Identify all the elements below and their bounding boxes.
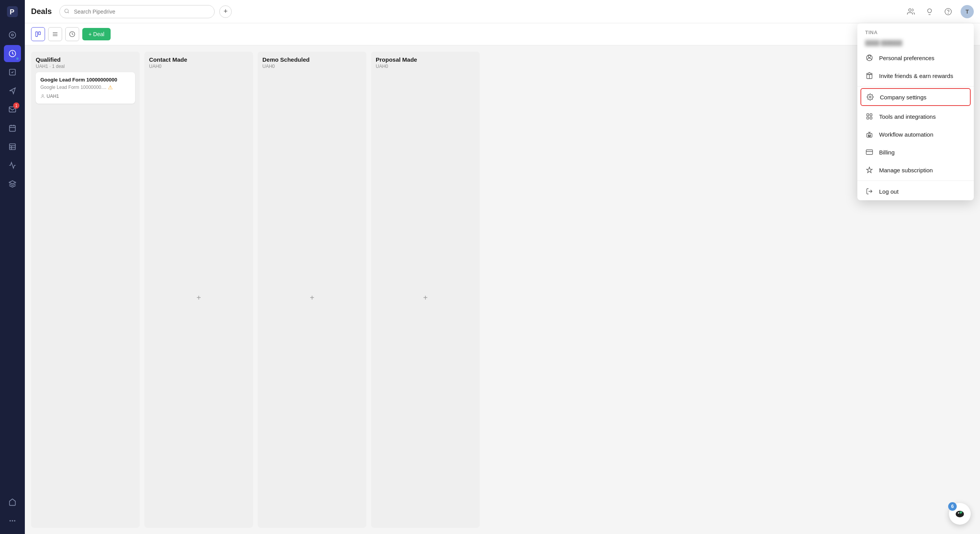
dropdown-item-workflow-automation[interactable]: Workflow automation (857, 125, 974, 143)
column-header: Contact MadeUAH0 (149, 56, 248, 69)
log-out-label: Log out (879, 188, 898, 195)
deal-subtitle: Google Lead Form 10000000....⚠ (40, 84, 130, 90)
personal-preferences-label: Personal preferences (879, 55, 935, 61)
chat-badge: 6 (948, 502, 957, 511)
svg-point-14 (12, 520, 13, 521)
lightbulb-icon[interactable] (923, 5, 936, 18)
invite-friends-label: Invite friends & earn rewards (879, 73, 953, 79)
sidebar-item-marketplace[interactable] (4, 494, 21, 511)
deal-card[interactable]: Google Lead Form 10000000000Google Lead … (36, 72, 135, 104)
forecast-view-btn[interactable] (65, 27, 79, 41)
app-logo[interactable]: P (5, 5, 19, 19)
svg-point-3 (12, 34, 14, 36)
column-add-button[interactable]: + (306, 291, 318, 304)
svg-point-26 (42, 95, 43, 96)
sidebar-item-activity[interactable] (4, 26, 21, 43)
column-header: QualifiedUAH1 · 1 deal (36, 56, 135, 69)
sidebar-item-calendar[interactable] (4, 120, 21, 137)
column-subtitle: UAH0 (262, 64, 362, 69)
workflow-automation-label: Workflow automation (879, 131, 933, 138)
search-input[interactable] (59, 5, 215, 18)
sidebar-item-products[interactable] (4, 175, 21, 192)
svg-marker-12 (9, 181, 16, 184)
help-icon[interactable] (942, 5, 954, 18)
svg-point-16 (65, 9, 68, 12)
blurred-account: ████ ██████ (857, 38, 974, 49)
manage-subscription-icon (865, 166, 874, 174)
page-title: Deals (31, 7, 52, 16)
mail-badge: 1 (13, 102, 19, 109)
dropdown-username: TINA (857, 23, 974, 38)
dropdown-item-log-out[interactable]: Log out (857, 182, 974, 200)
manage-subscription-label: Manage subscription (879, 167, 933, 173)
avatar[interactable]: T (961, 5, 974, 18)
topbar: Deals + T (25, 0, 980, 23)
dropdown-item-billing[interactable]: Billing (857, 143, 974, 161)
kanban-column-0: QualifiedUAH1 · 1 dealGoogle Lead Form 1… (31, 52, 140, 528)
svg-point-15 (14, 520, 15, 521)
svg-point-44 (958, 512, 959, 513)
kanban-column-1: Contact MadeUAH0+ (144, 52, 253, 528)
tools-integrations-label: Tools and integrations (879, 113, 936, 120)
menu-divider (857, 86, 974, 87)
column-header: Demo ScheduledUAH0 (262, 56, 362, 69)
svg-rect-39 (866, 150, 873, 154)
svg-rect-8 (10, 144, 16, 150)
sidebar-item-contacts[interactable] (4, 138, 21, 155)
topbar-icons: T (905, 5, 974, 18)
column-title: Demo Scheduled (262, 56, 362, 63)
sidebar-item-tasks[interactable] (4, 64, 21, 81)
share-contacts-icon[interactable] (905, 5, 917, 18)
svg-rect-21 (38, 32, 40, 35)
search-bar (59, 5, 215, 18)
log-out-icon (865, 187, 874, 196)
svg-rect-20 (36, 32, 38, 36)
deal-title: Google Lead Form 10000000000 (40, 77, 130, 83)
column-subtitle: UAH0 (376, 64, 475, 69)
kanban-view-btn[interactable] (31, 27, 45, 41)
menu-divider-2 (857, 180, 974, 181)
svg-rect-34 (870, 117, 872, 119)
sidebar: P 1 (0, 0, 25, 534)
svg-point-36 (868, 135, 869, 135)
kanban-column-2: Demo ScheduledUAH0+ (258, 52, 366, 528)
workflow-automation-icon (865, 130, 874, 139)
svg-text:P: P (10, 8, 14, 16)
warning-icon: ⚠ (108, 84, 113, 90)
personal-preferences-icon (865, 54, 874, 62)
add-button[interactable]: + (219, 5, 232, 18)
svg-point-17 (909, 9, 911, 11)
sidebar-item-deals[interactable] (4, 45, 21, 62)
svg-point-13 (10, 520, 10, 521)
main-content: Deals + T (25, 0, 980, 534)
deal-owner: UAH1 (40, 94, 130, 99)
company-settings-icon (866, 93, 874, 101)
list-view-btn[interactable] (48, 27, 62, 41)
column-add-button[interactable]: + (193, 291, 205, 304)
svg-point-27 (867, 55, 872, 61)
sidebar-item-more[interactable] (4, 512, 21, 529)
column-header: Proposal MadeUAH0 (376, 56, 475, 69)
chat-bubble[interactable]: 6 (949, 503, 971, 525)
add-deal-button[interactable]: + Deal (82, 28, 111, 40)
search-icon (64, 8, 69, 15)
svg-point-30 (869, 96, 871, 98)
dropdown-item-invite-friends[interactable]: Invite friends & earn rewards (857, 67, 974, 85)
kanban-column-3: Proposal MadeUAH0+ (371, 52, 480, 528)
svg-rect-33 (867, 117, 869, 119)
dropdown-item-tools-integrations[interactable]: Tools and integrations (857, 107, 974, 125)
column-add-button[interactable]: + (419, 291, 432, 304)
dropdown-item-personal-preferences[interactable]: Personal preferences (857, 49, 974, 67)
dropdown-item-company-settings[interactable]: Company settings (860, 88, 971, 106)
kanban-board: QualifiedUAH1 · 1 dealGoogle Lead Form 1… (25, 45, 980, 534)
svg-point-19 (948, 13, 949, 13)
column-title: Qualified (36, 56, 135, 63)
sidebar-item-reports[interactable] (4, 157, 21, 174)
billing-icon (865, 148, 874, 156)
company-settings-label: Company settings (880, 94, 926, 101)
svg-point-18 (945, 8, 952, 15)
sidebar-item-mail[interactable]: 1 (4, 101, 21, 118)
dropdown-item-manage-subscription[interactable]: Manage subscription (857, 161, 974, 179)
svg-point-37 (870, 135, 871, 135)
sidebar-item-campaigns[interactable] (4, 82, 21, 99)
